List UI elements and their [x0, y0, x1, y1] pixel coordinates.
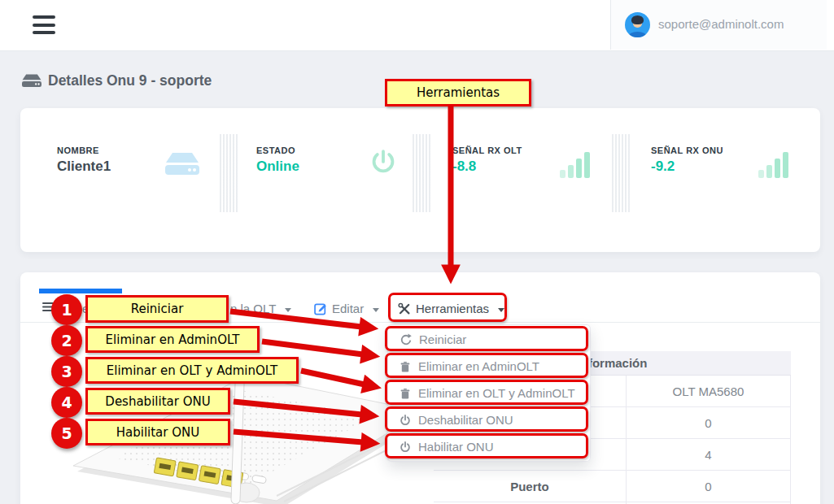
table-cell-value: 0	[626, 407, 791, 438]
divider	[610, 134, 631, 212]
annotation-number-badge: 2	[51, 325, 82, 356]
annotation-number-badge: 1	[51, 294, 82, 325]
annotation-number-badge: 4	[51, 387, 82, 418]
screen: soporte@adminolt.com Detalles Onu 9 - so…	[0, 0, 834, 504]
status-value: -9.2	[651, 159, 675, 175]
annotation-callout: Eliminar en OLT y AdminOLT	[85, 357, 299, 384]
status-value: Online	[256, 159, 299, 175]
router-icon	[22, 73, 41, 89]
annotation-number-badge: 3	[51, 356, 82, 387]
chevron-down-icon	[373, 308, 379, 312]
table-cell-label: Puerto	[434, 471, 626, 502]
pencil-square-icon	[314, 302, 327, 315]
active-tab-indicator	[39, 289, 122, 293]
tab-editar-label: Editar	[332, 302, 364, 315]
power-icon	[369, 149, 398, 178]
page-title-text: Detalles Onu 9 - soporte	[48, 72, 212, 89]
avatar	[625, 12, 650, 37]
tab-editar[interactable]: Editar	[314, 302, 379, 315]
status-label: SEÑAL RX ONU	[651, 146, 723, 155]
user-email: soporte@adminolt.com	[658, 17, 784, 31]
divider	[218, 134, 239, 212]
router-icon	[165, 151, 199, 177]
annotation-outline-herramientas-button	[388, 293, 507, 322]
avatar-hair	[631, 15, 644, 24]
status-label: SEÑAL RX OLT	[452, 146, 522, 155]
status-label: ESTADO	[256, 146, 295, 155]
tab-olt-label-fragment: n la OLT	[230, 302, 276, 315]
avatar-shirt	[628, 32, 647, 37]
annotation-callout: Eliminar en AdminOLT	[85, 326, 260, 353]
annotation-outline-deshabilitar	[385, 406, 588, 432]
status-value: Cliente1	[57, 159, 111, 175]
user-menu[interactable]: soporte@adminolt.com	[610, 0, 827, 50]
topbar: soporte@adminolt.com	[0, 0, 834, 51]
table-row: Puerto 0	[434, 471, 791, 502]
signal-bars-icon	[758, 150, 789, 178]
signal-bars-icon	[560, 150, 591, 178]
table-cell-value: 4	[626, 439, 791, 470]
chevron-down-icon	[285, 308, 291, 312]
status-card: NOMBRE Cliente1 ESTADO Online SEÑAL RX O…	[20, 108, 820, 252]
tab-acciones-olt[interactable]: n la OLT	[230, 302, 291, 315]
divider	[411, 134, 432, 212]
status-label: NOMBRE	[57, 146, 99, 155]
annotation-outline-reiniciar	[385, 326, 588, 351]
table-cell-value: 0	[626, 471, 791, 502]
annotation-outline-habilitar	[385, 433, 588, 458]
hamburger-menu-icon[interactable]	[33, 15, 55, 35]
annotation-callout: Deshabilitar ONU	[85, 388, 230, 415]
annotation-callout: Reiniciar	[85, 295, 229, 323]
page-title: Detalles Onu 9 - soporte	[22, 72, 212, 89]
annotation-number-badge: 5	[51, 418, 82, 449]
table-cell-value: OLT MA5680	[626, 376, 791, 406]
annotation-outline-eliminar-adminolt	[385, 353, 588, 378]
annotation-callout-herramientas: Herramientas	[385, 79, 531, 106]
annotation-callout: Habilitar ONU	[85, 419, 230, 445]
annotation-outline-eliminar-olt-adminolt	[385, 380, 588, 405]
status-value: -8.8	[452, 159, 476, 175]
